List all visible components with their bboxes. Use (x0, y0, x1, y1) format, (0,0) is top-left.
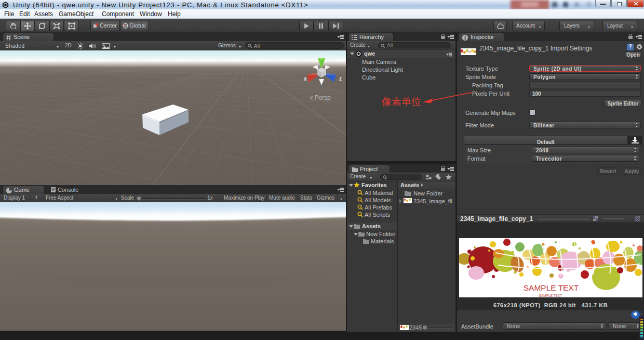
svg-text:SAMPLE TEXT: SAMPLE TEXT (524, 283, 579, 292)
svg-text:y: y (320, 53, 323, 58)
svg-text:SAMPLE TEXT: SAMPLE TEXT (539, 294, 562, 297)
svg-text:x: x (304, 76, 307, 82)
svg-text:z: z (339, 76, 342, 82)
